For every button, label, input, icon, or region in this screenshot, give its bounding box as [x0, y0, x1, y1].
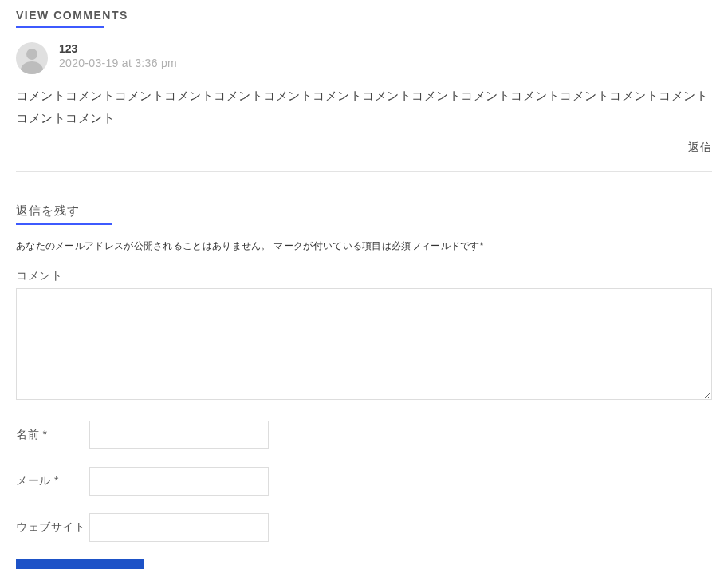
reply-form-title: 返信を残す: [16, 203, 80, 219]
website-input[interactable]: [89, 513, 269, 542]
name-row: 名前 *: [16, 421, 712, 449]
reply-link[interactable]: 返信: [16, 140, 712, 155]
name-input[interactable]: [89, 421, 269, 449]
comment-author: 123: [59, 42, 177, 55]
email-label: メール *: [16, 474, 89, 488]
website-row: ウェブサイト: [16, 513, 712, 542]
divider: [16, 171, 712, 172]
comment-date[interactable]: 2020-03-19 at 3:36 pm: [59, 57, 177, 69]
name-label: 名前 *: [16, 428, 89, 442]
comment-textarea[interactable]: [16, 288, 712, 400]
comment-item: 123 2020-03-19 at 3:36 pm コメントコメントコメントコメ…: [16, 42, 712, 155]
comment-field-label: コメント: [16, 269, 712, 283]
email-row: メール *: [16, 467, 712, 496]
comment-meta: 123 2020-03-19 at 3:36 pm: [59, 42, 177, 69]
email-input[interactable]: [89, 467, 269, 496]
form-notice: あなたのメールアドレスが公開されることはありません。 マークが付いている項目は必…: [16, 239, 712, 253]
section-title: VIEW COMMENTS: [16, 9, 128, 22]
comment-header: 123 2020-03-19 at 3:36 pm: [16, 42, 712, 74]
view-comments-section: VIEW COMMENTS 123 2020-03-19 at 3:36 pm …: [16, 8, 712, 172]
reply-form-section: 返信を残す あなたのメールアドレスが公開されることはありません。 マークが付いて…: [16, 203, 712, 569]
website-label: ウェブサイト: [16, 520, 89, 535]
submit-comment-button[interactable]: コメントを投稿: [16, 559, 144, 569]
avatar: [16, 42, 48, 74]
comment-body: コメントコメントコメントコメントコメントコメントコメントコメントコメントコメント…: [16, 85, 712, 129]
reply-title-underline: [16, 223, 112, 225]
title-underline: [16, 26, 104, 28]
